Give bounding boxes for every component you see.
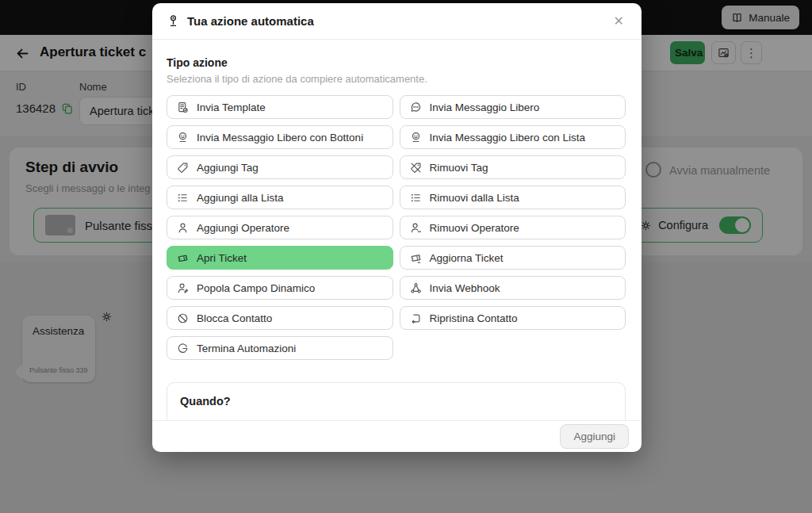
close-button[interactable]: ✕	[611, 12, 627, 30]
when-label: Quando?	[180, 395, 612, 408]
modal-footer: Aggiungi	[152, 420, 642, 452]
action-rimuovi-operatore[interactable]: Rimuovi Operatore	[400, 216, 626, 239]
action-label: Invia Webhook	[430, 282, 500, 294]
action-type-grid: Invia TemplateInvia Messaggio LiberoInvi…	[167, 95, 626, 360]
action-invia-messaggio-libero-con-bottoni[interactable]: Invia Messaggio Libero con Bottoni	[167, 125, 393, 149]
webhook-icon	[410, 282, 422, 294]
action-aggiungi-tag[interactable]: Aggiungi Tag	[167, 155, 393, 179]
ticket-edit-icon	[410, 252, 422, 264]
person-icon	[177, 222, 189, 234]
action-label: Ripristina Contatto	[430, 312, 518, 324]
person-minus-icon	[410, 222, 422, 234]
action-label: Blocca Contatto	[197, 312, 272, 324]
action-label: Aggiorna Ticket	[430, 252, 504, 264]
action-label: Invia Messaggio Libero	[430, 101, 540, 113]
action-aggiungi-operatore[interactable]: Aggiungi Operatore	[167, 216, 393, 239]
modal-title: Tua azione automatica	[187, 14, 603, 28]
action-label: Rimuovi dalla Lista	[430, 192, 519, 204]
list-icon	[177, 192, 189, 204]
when-section: Quando?	[167, 382, 626, 420]
chat-icon	[410, 101, 422, 113]
action-popola-campo-dinamico[interactable]: Popola Campo Dinamico	[167, 276, 393, 300]
action-label: Popola Campo Dinamico	[197, 282, 315, 294]
modal-body: Tipo azione Seleziona il tipo di azione …	[152, 40, 642, 420]
action-rimuovi-dalla-lista[interactable]: Rimuovi dalla Lista	[400, 186, 626, 209]
action-ripristina-contatto[interactable]: Ripristina Contatto	[400, 306, 626, 330]
terminate-icon	[177, 343, 189, 354]
action-apri-ticket[interactable]: Apri Ticket	[167, 246, 393, 270]
action-invia-template[interactable]: Invia Template	[167, 95, 393, 119]
action-label: Aggiungi alla Lista	[197, 192, 284, 204]
bubble-icon	[410, 132, 422, 144]
modal-header: Tua azione automatica ✕	[152, 3, 642, 40]
action-rimuovi-tag[interactable]: Rimuovi Tag	[400, 155, 626, 179]
action-label: Aggiungi Tag	[197, 162, 259, 174]
action-invia-messaggio-libero[interactable]: Invia Messaggio Libero	[400, 95, 626, 119]
bubble-icon	[177, 132, 189, 144]
automation-icon	[167, 14, 180, 28]
person-edit-icon	[177, 282, 189, 294]
tag-icon	[177, 162, 189, 174]
template-icon	[177, 101, 189, 113]
action-type-subtitle: Seleziona il tipo di azione da compiere …	[167, 72, 626, 86]
add-button[interactable]: Aggiungi	[560, 424, 629, 449]
action-aggiungi-alla-lista[interactable]: Aggiungi alla Lista	[167, 186, 393, 209]
action-invia-messaggio-libero-con-lista[interactable]: Invia Messaggio Libero con Lista	[400, 125, 626, 149]
tag-off-icon	[410, 162, 422, 174]
block-icon	[177, 312, 189, 324]
action-label: Invia Template	[197, 101, 266, 113]
action-type-title: Tipo azione	[167, 56, 626, 70]
action-label: Termina Automazioni	[197, 343, 296, 354]
action-label: Rimuovi Tag	[430, 162, 488, 174]
automation-action-modal: Tua azione automatica ✕ Tipo azione Sele…	[152, 3, 642, 452]
action-label: Invia Messaggio Libero con Bottoni	[197, 132, 363, 144]
action-label: Aggiungi Operatore	[197, 222, 289, 234]
action-label: Invia Messaggio Libero con Lista	[430, 132, 586, 144]
action-label: Apri Ticket	[197, 252, 247, 264]
list-icon	[410, 192, 422, 204]
close-icon: ✕	[614, 14, 624, 28]
action-termina-automazioni[interactable]: Termina Automazioni	[167, 336, 393, 360]
action-invia-webhook[interactable]: Invia Webhook	[400, 276, 626, 300]
action-aggiorna-ticket[interactable]: Aggiorna Ticket	[400, 246, 626, 270]
restore-icon	[410, 312, 422, 324]
action-label: Rimuovi Operatore	[430, 222, 519, 234]
ticket-icon	[177, 252, 189, 264]
action-blocca-contatto[interactable]: Blocca Contatto	[167, 306, 393, 330]
